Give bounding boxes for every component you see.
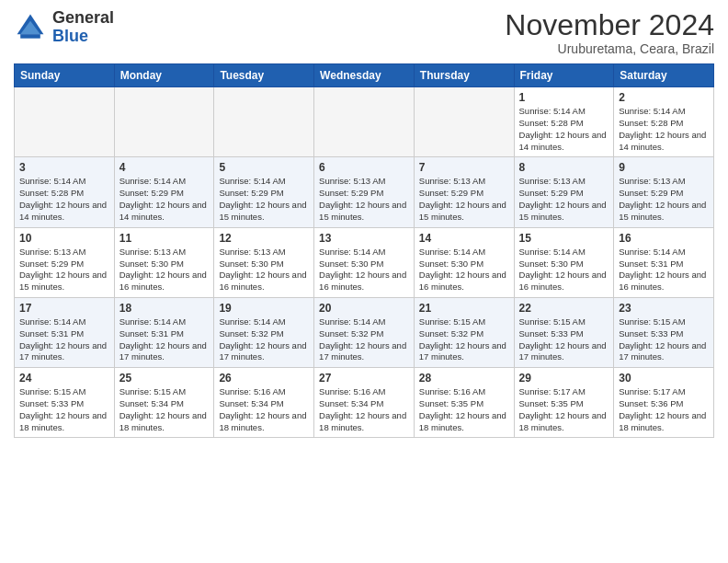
day-header-wednesday: Wednesday: [314, 64, 415, 87]
day-number: 6: [319, 161, 409, 174]
calendar-cell: 6Sunrise: 5:13 AM Sunset: 5:29 PM Daylig…: [314, 157, 415, 227]
calendar-cell: 15Sunrise: 5:14 AM Sunset: 5:30 PM Dayli…: [514, 227, 614, 297]
day-number: 7: [419, 161, 509, 174]
day-info: Sunrise: 5:15 AM Sunset: 5:33 PM Dayligh…: [19, 386, 109, 433]
day-header-monday: Monday: [114, 64, 214, 87]
calendar-cell: [314, 87, 415, 157]
day-info: Sunrise: 5:15 AM Sunset: 5:32 PM Dayligh…: [419, 316, 509, 363]
day-number: 9: [619, 161, 709, 174]
calendar-cell: 25Sunrise: 5:15 AM Sunset: 5:34 PM Dayli…: [114, 368, 214, 438]
day-info: Sunrise: 5:14 AM Sunset: 5:28 PM Dayligh…: [19, 176, 109, 223]
calendar-cell: 26Sunrise: 5:16 AM Sunset: 5:34 PM Dayli…: [214, 368, 314, 438]
logo-icon: [14, 11, 47, 44]
day-number: 22: [519, 302, 609, 315]
calendar-cell: 30Sunrise: 5:17 AM Sunset: 5:36 PM Dayli…: [614, 368, 714, 438]
calendar-cell: [214, 87, 314, 157]
day-number: 12: [219, 232, 309, 245]
calendar-cell: 8Sunrise: 5:13 AM Sunset: 5:29 PM Daylig…: [514, 157, 614, 227]
day-info: Sunrise: 5:13 AM Sunset: 5:29 PM Dayligh…: [519, 176, 609, 223]
day-info: Sunrise: 5:17 AM Sunset: 5:36 PM Dayligh…: [619, 386, 709, 433]
day-info: Sunrise: 5:13 AM Sunset: 5:29 PM Dayligh…: [419, 176, 509, 223]
day-number: 23: [619, 302, 709, 315]
day-number: 11: [119, 232, 210, 245]
day-info: Sunrise: 5:16 AM Sunset: 5:34 PM Dayligh…: [219, 386, 309, 433]
day-info: Sunrise: 5:14 AM Sunset: 5:31 PM Dayligh…: [619, 247, 709, 293]
header: General Blue November 2024 Uruburetama, …: [14, 9, 714, 56]
day-number: 21: [419, 302, 509, 315]
day-info: Sunrise: 5:14 AM Sunset: 5:30 PM Dayligh…: [419, 247, 509, 293]
day-number: 28: [419, 372, 509, 385]
calendar-cell: 17Sunrise: 5:14 AM Sunset: 5:31 PM Dayli…: [15, 297, 115, 367]
calendar-cell: 10Sunrise: 5:13 AM Sunset: 5:29 PM Dayli…: [15, 227, 115, 297]
day-info: Sunrise: 5:15 AM Sunset: 5:33 PM Dayligh…: [519, 316, 609, 363]
day-number: 8: [519, 161, 609, 174]
day-number: 16: [619, 232, 709, 245]
day-number: 3: [19, 161, 109, 174]
day-number: 2: [619, 91, 709, 104]
calendar-cell: [15, 87, 115, 157]
day-header-thursday: Thursday: [414, 64, 514, 87]
day-info: Sunrise: 5:14 AM Sunset: 5:29 PM Dayligh…: [119, 176, 210, 223]
day-header-tuesday: Tuesday: [214, 64, 314, 87]
calendar-cell: 4Sunrise: 5:14 AM Sunset: 5:29 PM Daylig…: [114, 157, 214, 227]
day-number: 18: [119, 302, 210, 315]
day-info: Sunrise: 5:14 AM Sunset: 5:31 PM Dayligh…: [119, 316, 210, 363]
day-info: Sunrise: 5:15 AM Sunset: 5:34 PM Dayligh…: [119, 386, 210, 433]
day-info: Sunrise: 5:14 AM Sunset: 5:28 PM Dayligh…: [519, 106, 609, 153]
calendar-cell: 27Sunrise: 5:16 AM Sunset: 5:34 PM Dayli…: [314, 368, 415, 438]
calendar-week-row: 1Sunrise: 5:14 AM Sunset: 5:28 PM Daylig…: [15, 87, 714, 157]
day-info: Sunrise: 5:16 AM Sunset: 5:35 PM Dayligh…: [419, 386, 509, 433]
day-info: Sunrise: 5:14 AM Sunset: 5:32 PM Dayligh…: [219, 316, 309, 363]
day-number: 29: [519, 372, 609, 385]
calendar-cell: 11Sunrise: 5:13 AM Sunset: 5:30 PM Dayli…: [114, 227, 214, 297]
calendar-cell: 24Sunrise: 5:15 AM Sunset: 5:33 PM Dayli…: [15, 368, 115, 438]
logo-blue: Blue: [52, 27, 88, 45]
day-info: Sunrise: 5:14 AM Sunset: 5:28 PM Dayligh…: [619, 106, 709, 153]
day-number: 25: [119, 372, 210, 385]
logo-text: General Blue: [52, 9, 114, 46]
day-number: 27: [319, 372, 409, 385]
calendar-cell: 7Sunrise: 5:13 AM Sunset: 5:29 PM Daylig…: [414, 157, 514, 227]
calendar-cell: 12Sunrise: 5:13 AM Sunset: 5:30 PM Dayli…: [214, 227, 314, 297]
day-number: 10: [19, 232, 109, 245]
day-info: Sunrise: 5:14 AM Sunset: 5:29 PM Dayligh…: [219, 176, 309, 223]
calendar-cell: 23Sunrise: 5:15 AM Sunset: 5:33 PM Dayli…: [614, 297, 714, 367]
calendar-cell: 1Sunrise: 5:14 AM Sunset: 5:28 PM Daylig…: [514, 87, 614, 157]
day-info: Sunrise: 5:13 AM Sunset: 5:29 PM Dayligh…: [319, 176, 409, 223]
day-info: Sunrise: 5:16 AM Sunset: 5:34 PM Dayligh…: [319, 386, 409, 433]
day-info: Sunrise: 5:13 AM Sunset: 5:29 PM Dayligh…: [619, 176, 709, 223]
day-number: 4: [119, 161, 210, 174]
day-info: Sunrise: 5:14 AM Sunset: 5:31 PM Dayligh…: [19, 316, 109, 363]
month-title: November 2024: [505, 9, 714, 41]
day-info: Sunrise: 5:13 AM Sunset: 5:30 PM Dayligh…: [219, 247, 309, 293]
calendar-week-row: 3Sunrise: 5:14 AM Sunset: 5:28 PM Daylig…: [15, 157, 714, 227]
calendar-cell: [414, 87, 514, 157]
svg-rect-2: [20, 34, 40, 39]
calendar-cell: 19Sunrise: 5:14 AM Sunset: 5:32 PM Dayli…: [214, 297, 314, 367]
calendar-cell: 13Sunrise: 5:14 AM Sunset: 5:30 PM Dayli…: [314, 227, 415, 297]
calendar-cell: 22Sunrise: 5:15 AM Sunset: 5:33 PM Dayli…: [514, 297, 614, 367]
calendar-cell: 5Sunrise: 5:14 AM Sunset: 5:29 PM Daylig…: [214, 157, 314, 227]
calendar-cell: 21Sunrise: 5:15 AM Sunset: 5:32 PM Dayli…: [414, 297, 514, 367]
calendar-page: General Blue November 2024 Uruburetama, …: [0, 0, 728, 563]
calendar-cell: 18Sunrise: 5:14 AM Sunset: 5:31 PM Dayli…: [114, 297, 214, 367]
day-number: 26: [219, 372, 309, 385]
day-number: 24: [19, 372, 109, 385]
day-number: 17: [19, 302, 109, 315]
day-info: Sunrise: 5:15 AM Sunset: 5:33 PM Dayligh…: [619, 316, 709, 363]
calendar-table: SundayMondayTuesdayWednesdayThursdayFrid…: [14, 63, 714, 438]
day-info: Sunrise: 5:17 AM Sunset: 5:35 PM Dayligh…: [519, 386, 609, 433]
day-header-friday: Friday: [514, 64, 614, 87]
day-info: Sunrise: 5:13 AM Sunset: 5:30 PM Dayligh…: [119, 247, 210, 293]
day-number: 5: [219, 161, 309, 174]
day-header-sunday: Sunday: [15, 64, 115, 87]
calendar-cell: 3Sunrise: 5:14 AM Sunset: 5:28 PM Daylig…: [15, 157, 115, 227]
location: Uruburetama, Ceara, Brazil: [505, 41, 714, 56]
calendar-cell: 29Sunrise: 5:17 AM Sunset: 5:35 PM Dayli…: [514, 368, 614, 438]
calendar-cell: 20Sunrise: 5:14 AM Sunset: 5:32 PM Dayli…: [314, 297, 415, 367]
day-number: 14: [419, 232, 509, 245]
calendar-cell: 28Sunrise: 5:16 AM Sunset: 5:35 PM Dayli…: [414, 368, 514, 438]
calendar-cell: 9Sunrise: 5:13 AM Sunset: 5:29 PM Daylig…: [614, 157, 714, 227]
day-info: Sunrise: 5:13 AM Sunset: 5:29 PM Dayligh…: [19, 247, 109, 293]
calendar-week-row: 10Sunrise: 5:13 AM Sunset: 5:29 PM Dayli…: [15, 227, 714, 297]
